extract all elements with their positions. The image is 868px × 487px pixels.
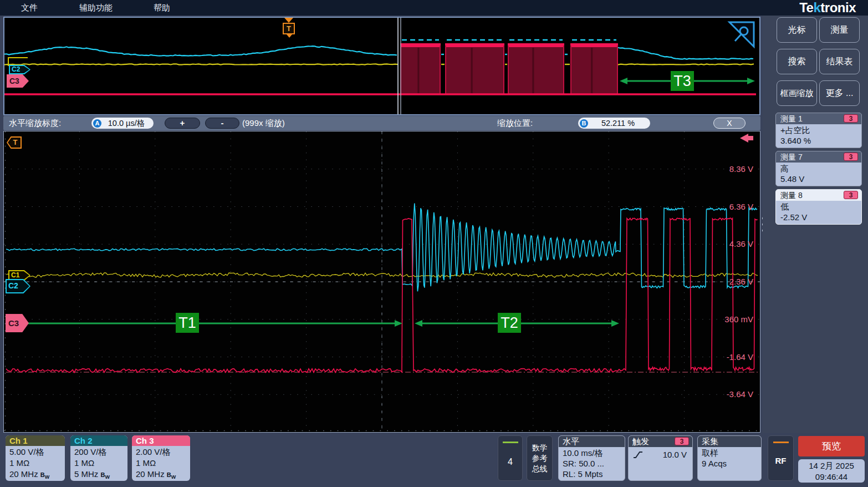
channel-scale: 200 V/格 (74, 447, 127, 458)
overview-waveform-canvas (4, 18, 759, 114)
measurement-value: 5.48 V (780, 174, 857, 184)
trigger-level: 10.0 V (644, 449, 692, 460)
source-channel-badge: 3 (844, 114, 858, 123)
menu-utility[interactable]: 辅助功能 (79, 3, 113, 13)
zoom-mode-icon[interactable] (727, 20, 756, 49)
date-time-display[interactable]: 14 2月 2025 09:46:44 (798, 459, 865, 483)
acquisition-count: 9 Acqs (702, 458, 761, 469)
channel-3-header: Ch 3 (132, 435, 190, 446)
digital-group-badge[interactable]: 4 (498, 435, 523, 481)
zoom-scale-value[interactable]: A 10.0 µs/格 (91, 118, 154, 129)
measurement-name: 高 (780, 163, 857, 174)
bandwidth-limit-icon: BW (167, 471, 176, 478)
channel-scale: 2.00 V/格 (136, 447, 190, 458)
sample-rate: SR: 50.0 ... (563, 458, 625, 469)
trigger-badge[interactable]: 触发 3 10.0 V (628, 435, 693, 481)
sidebar: 光标 测量 搜索 结果表 框画缩放 更多 ... 测量 1 3 +占空比 3.6… (763, 16, 868, 433)
t1-measurement-label: T1 (176, 313, 199, 333)
tektronix-logo: Tektronix (799, 0, 856, 16)
measurement-title: 测量 8 (780, 191, 803, 200)
measurement-title: 测量 1 (780, 114, 803, 123)
horizontal-badge[interactable]: 水平 10.0 ms/格 SR: 50.0 ... RL: 5 Mpts (558, 435, 625, 481)
menu-help[interactable]: 帮助 (154, 3, 170, 13)
date: 14 2月 2025 (798, 460, 865, 471)
zoom-waveform-display[interactable]: T C1 C2 C3 T1 T2 8.36 V 6.36 V 4.36 V 2.… (3, 131, 760, 433)
measurement-name: 低 (780, 201, 857, 212)
measurement-value: -2.52 V (780, 212, 857, 222)
t3-measurement-label: T3 (671, 71, 694, 91)
channel-2-badge[interactable]: Ch 2 200 V/格 1 MΩ 5 MHz BW (70, 435, 127, 481)
trigger-flag-pointer-icon (287, 34, 292, 38)
measurement-badge-8[interactable]: 测量 8 3 低 -2.52 V (775, 189, 862, 225)
channel-bandwidth: 20 MHz BW (9, 469, 65, 481)
trigger-position-flag[interactable]: T (283, 18, 295, 39)
axis-label: 6.36 V (703, 202, 753, 211)
multipurpose-knob-a-icon: A (93, 119, 101, 128)
zoom-position-value[interactable]: B 52.211 % (578, 118, 650, 129)
multipurpose-knob-b-icon: B (580, 119, 588, 128)
channel-scale: 5.00 V/格 (9, 447, 65, 458)
axis-label: 4.36 V (703, 239, 753, 248)
digital-group-color-icon (503, 442, 518, 443)
source-channel-badge: 3 (844, 153, 858, 161)
channel-1-header: Ch 1 (6, 435, 65, 446)
channel-bandwidth: 5 MHz BW (74, 469, 127, 481)
channel-impedance: 1 MΩ (136, 458, 190, 469)
axis-label: -1.64 V (703, 352, 753, 362)
axis-label: 8.36 V (703, 164, 753, 174)
rf-color-icon (773, 442, 789, 443)
overview-waveform-panel[interactable]: T C2 C3 T3 (3, 17, 760, 115)
ref-label: 参考 (532, 453, 548, 464)
measurement-badge-1[interactable]: 测量 1 3 +占空比 3.640 % (775, 113, 862, 148)
bandwidth-limit-icon: BW (101, 471, 110, 478)
zoom-factor-label: (999x 缩放) (242, 118, 285, 129)
measurement-name: +占空比 (780, 125, 857, 135)
trigger-source-badge: 3 (675, 437, 689, 445)
math-label: 数学 (532, 443, 548, 453)
cursors-button[interactable]: 光标 (777, 17, 817, 43)
oscilloscope-screen: 文件 辅助功能 帮助 Tektronix T C2 C3 T3 水平缩放标度: (0, 0, 868, 487)
status-bar: Ch 1 5.00 V/格 1 MΩ 20 MHz BW Ch 2 200 V/… (0, 433, 868, 487)
math-ref-bus-badge[interactable]: 数学 参考 总线 (527, 435, 553, 481)
preview-status-button[interactable]: 预览 (798, 436, 865, 456)
measurement-value: 3.640 % (780, 135, 857, 146)
rf-badge[interactable]: RF (768, 435, 794, 481)
axis-label: -3.64 V (703, 389, 753, 399)
measurement-title: 测量 7 (780, 153, 803, 161)
trigger-title: 触发 (632, 437, 649, 446)
record-length: RL: 5 Mpts (563, 469, 625, 479)
menu-bar: 文件 辅助功能 帮助 Tektronix (0, 0, 868, 16)
menu-file[interactable]: 文件 (21, 3, 38, 13)
source-channel-badge: 3 (844, 191, 858, 199)
search-button[interactable]: 搜索 (777, 49, 817, 74)
time: 09:46:44 (798, 471, 865, 483)
ch1-position-marker (8, 57, 28, 66)
trigger-flag-label: T (283, 23, 295, 34)
bus-label: 总线 (532, 464, 548, 474)
trigger-flag-arrow-icon (284, 18, 293, 23)
channel-bandwidth: 20 MHz BW (136, 469, 190, 481)
channel-1-badge[interactable]: Ch 1 5.00 V/格 1 MΩ 20 MHz BW (6, 435, 65, 481)
zoom-position-label: 缩放位置: (497, 118, 533, 129)
trigger-level-arrow-icon (740, 134, 748, 143)
rising-edge-icon (632, 450, 644, 459)
box-zoom-button[interactable]: 框画缩放 (777, 80, 817, 106)
horizontal-scale: 10.0 ms/格 (563, 448, 625, 458)
channel-2-header: Ch 2 (70, 435, 127, 446)
measure-button[interactable]: 测量 (819, 17, 860, 43)
zoom-in-button[interactable]: + (165, 118, 200, 129)
zoom-scale-label: 水平缩放标度: (9, 118, 61, 129)
axis-label: 2.36 V (703, 277, 753, 286)
zoom-out-button[interactable]: - (205, 118, 239, 129)
trigger-level-indicator[interactable] (740, 134, 754, 143)
zoom-close-button[interactable]: X (713, 118, 746, 129)
more-button[interactable]: 更多 ... (819, 80, 860, 106)
channel-3-badge[interactable]: Ch 3 2.00 V/格 1 MΩ 20 MHz BW (132, 435, 190, 481)
results-table-button[interactable]: 结果表 (819, 49, 860, 74)
main-waveform-canvas (4, 131, 760, 432)
axis-label: 360 mV (703, 314, 753, 324)
measurement-badge-7[interactable]: 测量 7 3 高 5.48 V (775, 151, 862, 186)
acquisition-badge[interactable]: 采集 取样 9 Acqs (697, 435, 762, 481)
channel-impedance: 1 MΩ (9, 458, 65, 469)
rf-label: RF (768, 456, 793, 465)
